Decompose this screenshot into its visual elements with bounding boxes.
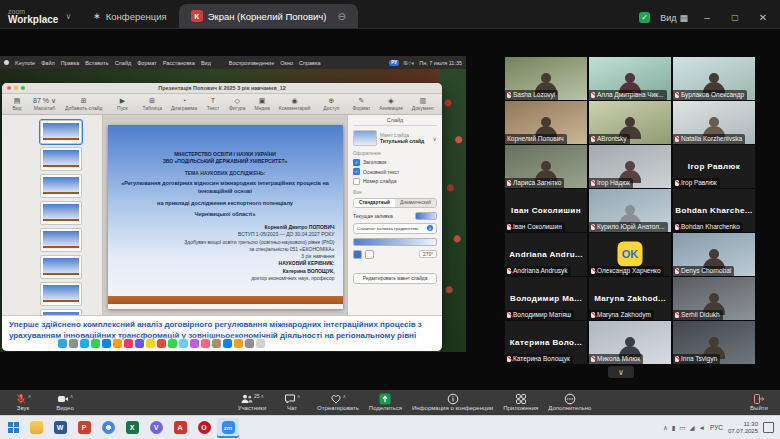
slide-thumbnail[interactable] [40,174,82,198]
start-button[interactable] [2,418,24,438]
dock-app-icon[interactable] [146,339,155,348]
participant-tile[interactable]: Bohdan Kharche... Bohdan Kharchenko [673,189,755,232]
close-window-button[interactable]: ✕ [754,12,772,23]
gradient-color-well-end[interactable] [365,250,374,259]
language-indicator[interactable]: РУС [710,424,723,431]
react-button[interactable]: ∧ Отреагировать [317,393,359,412]
dock-app-icon[interactable] [256,339,265,348]
participants-button[interactable]: 25∧ Участники [237,393,267,412]
participant-tile[interactable]: ABrontsky [589,101,671,144]
inspector-checkbox-row[interactable]: Основной текст [353,168,437,175]
dock-app-icon[interactable] [234,339,243,348]
leave-meeting-button[interactable]: Выйти [744,393,774,412]
taskbar-app-icon[interactable]: zm [217,418,239,438]
maximize-window-button[interactable]: ▢ [726,13,744,22]
taskbar-app-icon[interactable]: O [193,418,215,438]
keynote-toolbar-button[interactable]: ◉Комментарий [279,97,311,111]
segment-option[interactable]: Динамический [395,199,436,207]
dock-app-icon[interactable] [135,339,144,348]
chat-button[interactable]: ∧ Чат [277,393,307,412]
participant-tile[interactable]: Лариса Загнітко [505,145,587,188]
inspector-checkbox-row[interactable]: Номер слайда [353,178,437,185]
dock-app-icon[interactable] [157,339,166,348]
taskbar-app-icon[interactable] [97,418,119,438]
slide-layout-picker[interactable]: Макет слайда Титульный слайд ∨ [353,130,437,146]
participant-tile[interactable]: Курило Юрій Анатол... [589,189,671,232]
macos-menu-item[interactable]: Вставить [85,60,108,66]
notification-center-icon[interactable] [763,422,774,433]
slide-thumbnail[interactable] [40,228,82,252]
dock-app-icon[interactable] [69,339,78,348]
keynote-toolbar-button[interactable]: ◈Анимация [379,97,402,111]
gallery-more-button[interactable]: ∨ [608,366,634,378]
dock-app-icon[interactable] [80,339,89,348]
participant-tile[interactable]: Denys Chornobai [673,233,755,276]
fill-type-dropdown[interactable]: Сложная заливка градиентом ∨ [353,223,437,234]
macos-menu-item[interactable]: Воспроизведение [229,60,274,66]
participant-tile[interactable]: Ігор Равлюк Ігор Равлюк [673,145,755,188]
gradient-angle-field[interactable]: 270° [419,250,437,258]
dock-app-icon[interactable] [201,339,210,348]
meeting-info-button[interactable]: Информация о конференции [412,393,493,412]
participant-tile[interactable]: Корнелий Попович [505,101,587,144]
dock-app-icon[interactable] [113,339,122,348]
gradient-color-well-start[interactable] [353,250,362,259]
apple-logo-icon[interactable] [4,60,9,65]
tab-screen-share[interactable]: К Экран (Корнелий Попович) ⊖ [179,4,358,28]
participant-tile[interactable]: Алла Дмитрівна Чик... [589,57,671,100]
participant-tile[interactable]: Володимир Ма... Володимир Матіяш [505,277,587,320]
segment-option[interactable]: Стандартный [354,199,395,207]
share-screen-button[interactable]: Поделиться [369,393,402,412]
taskbar-clock[interactable]: 11:30 07.07.2025 [728,421,758,435]
control-center-icon[interactable]: ◐ [412,60,416,66]
participant-tile[interactable]: Serhii Didukh [673,277,755,320]
keynote-share-button[interactable]: ⊕Доступ [323,97,339,111]
macos-menu-item[interactable]: Вид [201,60,211,66]
network-icon[interactable]: ◢ [690,424,695,432]
participant-tile[interactable]: Ігор Надюк [589,145,671,188]
macos-menu-item[interactable]: Файл [41,60,55,66]
macos-menu-item[interactable]: Справка [299,60,321,66]
audio-button[interactable]: ∧ Звук [8,393,38,412]
edit-slide-layout-button[interactable]: Редактировать макет слайда [353,273,437,284]
dock-app-icon[interactable] [179,339,188,348]
macos-menu-item[interactable]: Расстановка [163,60,195,66]
more-button[interactable]: Дополнительно [548,393,591,412]
dock-app-icon[interactable] [168,339,177,348]
video-button[interactable]: ∧ Видео [50,393,80,412]
current-slide[interactable]: МІНІСТЕРСТВО ОСВІТИ І НАУКИ УКРАЇНИ ЗВО … [108,125,343,309]
chevron-up-icon[interactable]: ∧ [663,424,668,432]
slide-thumbnail[interactable] [40,120,82,144]
participant-tile[interactable]: OK Олександр Харченко [589,233,671,276]
participant-tile[interactable]: Natalia Korzhenivska [673,101,755,144]
macos-menu-item[interactable]: Слайд [115,60,132,66]
taskbar-app-icon[interactable]: P [73,418,95,438]
battery-icon[interactable]: ▭ [679,424,685,432]
macos-clock[interactable]: Пн, 7 июля 11:35 [419,60,462,66]
keynote-toolbar-button[interactable]: ⊞Таблица [142,97,162,111]
dock-app-icon[interactable] [190,339,199,348]
apps-button[interactable]: Приложения [503,393,538,412]
fill-color-swatch[interactable] [415,212,437,220]
participant-tile[interactable]: Бурлаков Олександр [673,57,755,100]
dock-app-icon[interactable] [245,339,254,348]
input-source-icon[interactable]: РУ [389,60,399,66]
gradient-preview-bar[interactable] [353,238,437,246]
dock-app-icon[interactable] [212,339,221,348]
keynote-toolbar-button[interactable]: ◔Диаграмма [171,97,197,111]
participant-tile[interactable]: Іван Соколишин Іван Соколишин [505,189,587,232]
participant-tile[interactable]: Катерина Воло... Катерина Волощук [505,321,587,364]
slide-thumbnail[interactable] [40,282,82,306]
macos-menu-item[interactable]: Правка [61,60,80,66]
minimize-window-button[interactable]: – [698,12,716,23]
checkbox-icon[interactable] [353,159,360,166]
keynote-toolbar-button[interactable]: 87 % ∨Масштаб [33,97,56,111]
participant-tile[interactable]: Andriana Andru... Andriana Andrusyk [505,233,587,276]
dock-app-icon[interactable] [91,339,100,348]
keynote-toolbar-button[interactable]: ▣Медиа [254,97,269,111]
keynote-toolbar-button[interactable]: ▤Вид [10,97,24,111]
taskbar-app-icon[interactable]: X [121,418,143,438]
keynote-toolbar-button[interactable]: ТТекст [206,97,220,111]
view-button[interactable]: Вид ▦ [660,13,688,23]
keynote-toolbar-button[interactable]: ⊞Добавить слайд [65,97,102,111]
